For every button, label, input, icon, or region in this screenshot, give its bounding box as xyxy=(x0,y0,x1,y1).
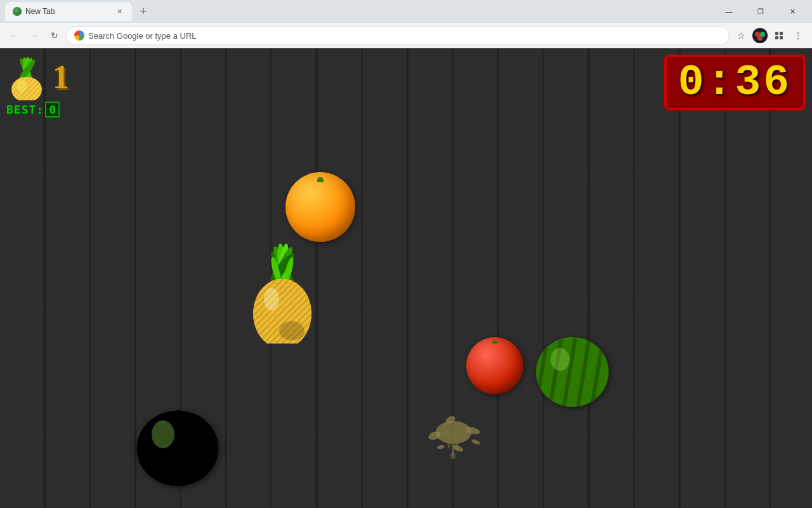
back-button[interactable]: ← xyxy=(5,27,23,44)
svg-rect-4 xyxy=(775,32,778,35)
svg-point-60 xyxy=(471,439,480,445)
watermelon-1-fruit[interactable] xyxy=(136,410,219,486)
svg-point-15 xyxy=(11,77,42,100)
wood-background xyxy=(0,48,812,508)
forward-button[interactable]: → xyxy=(25,27,43,44)
best-label: BEST: xyxy=(6,103,44,116)
best-score: BEST: 0 xyxy=(6,102,69,117)
pineapple-fruit[interactable] xyxy=(247,232,311,340)
extensions-button[interactable] xyxy=(770,27,788,44)
svg-point-64 xyxy=(450,453,455,459)
new-tab-button[interactable]: + xyxy=(134,3,152,20)
svg-point-19 xyxy=(16,80,27,93)
tab-close-button[interactable]: ✕ xyxy=(114,6,124,17)
juice-splat xyxy=(412,404,488,455)
svg-point-45 xyxy=(152,420,174,448)
title-bar: New Tab ✕ + — ❐ ✕ xyxy=(0,0,812,23)
score-number: 1 xyxy=(53,61,69,94)
browser-tab[interactable]: New Tab ✕ xyxy=(5,2,132,21)
profile-avatar xyxy=(752,28,768,43)
tab-title: New Tab xyxy=(25,7,110,16)
timer-display: 0:36 xyxy=(664,55,806,110)
reload-button[interactable]: ↻ xyxy=(46,27,63,44)
watermelon-2-fruit[interactable] xyxy=(536,337,609,407)
bookmark-button[interactable]: ☆ xyxy=(732,27,750,44)
svg-point-53 xyxy=(551,348,570,371)
browser-chrome: New Tab ✕ + — ❐ ✕ ← → ↻ Search Google or… xyxy=(0,0,812,48)
toolbar-right: ☆ ⋮ xyxy=(732,27,807,44)
tab-favicon xyxy=(13,7,22,16)
orange-fruit[interactable] xyxy=(285,172,355,242)
score-pineapple-icon xyxy=(6,55,48,100)
svg-point-36 xyxy=(279,321,304,340)
profile-button[interactable] xyxy=(751,27,769,44)
tomato-fruit[interactable] xyxy=(466,337,523,394)
svg-point-54 xyxy=(436,421,471,444)
close-button[interactable]: ✕ xyxy=(778,0,807,23)
best-value: 0 xyxy=(45,102,60,117)
svg-point-35 xyxy=(264,288,279,311)
score-main: 1 xyxy=(6,55,69,100)
menu-button[interactable]: ⋮ xyxy=(789,27,807,44)
maximize-button[interactable]: ❐ xyxy=(746,0,775,23)
google-icon xyxy=(74,30,84,41)
minimize-button[interactable]: — xyxy=(714,0,743,23)
score-display: 1 BEST: 0 xyxy=(6,55,69,117)
address-input[interactable]: Search Google or type a URL xyxy=(66,26,730,45)
address-text: Search Google or type a URL xyxy=(88,31,721,41)
game-area[interactable]: 1 BEST: 0 0:36 xyxy=(0,48,812,508)
window-controls: — ❐ ✕ xyxy=(714,0,807,23)
address-bar: ← → ↻ Search Google or type a URL ☆ xyxy=(0,23,812,48)
svg-rect-7 xyxy=(780,36,783,39)
svg-rect-5 xyxy=(780,32,783,35)
svg-rect-6 xyxy=(775,36,778,39)
svg-point-59 xyxy=(437,444,445,450)
svg-point-3 xyxy=(757,36,763,41)
